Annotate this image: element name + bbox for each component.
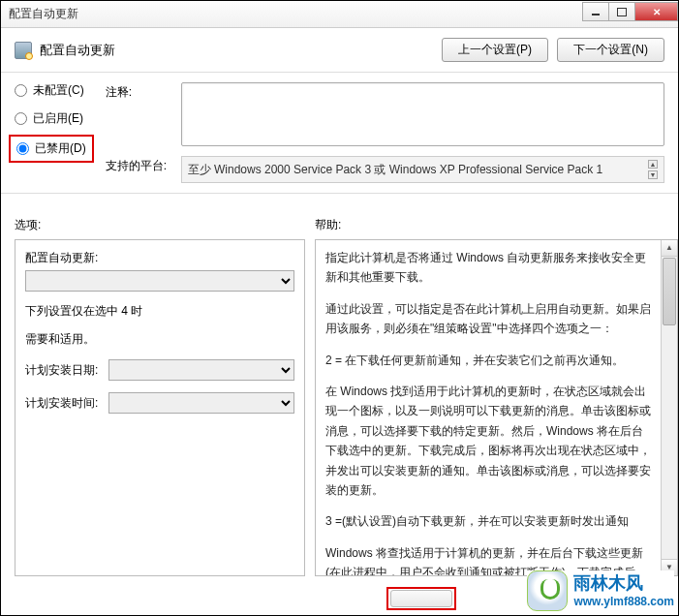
help-section-label: 帮助: <box>315 217 341 233</box>
platform-box: 至少 Windows 2000 Service Pack 3 或 Windows… <box>181 156 664 183</box>
install-date-label: 计划安装日期: <box>25 362 103 379</box>
install-time-select[interactable] <box>108 392 294 414</box>
radio-group: 未配置(C) 已启用(E) 已禁用(D) <box>15 82 88 183</box>
options-panel: 配置自动更新: 下列设置仅在选中 4 时 需要和适用。 计划安装日期: 计划安装… <box>15 239 305 576</box>
close-button[interactable]: ✕ <box>634 2 678 21</box>
lower-panels: 配置自动更新: 下列设置仅在选中 4 时 需要和适用。 计划安装日期: 计划安装… <box>1 239 678 576</box>
help-text: 指定此计算机是否将通过 Windows 自动更新服务来接收安全更新和其他重要下载… <box>316 240 661 575</box>
help-p3: 2 = 在下载任何更新前通知，并在安装它们之前再次通知。 <box>325 351 651 370</box>
radio-disabled-label: 已禁用(D) <box>35 140 86 157</box>
divider <box>1 193 678 194</box>
platform-scroll: ▲ ▼ <box>648 160 658 179</box>
minimize-button[interactable] <box>582 2 609 21</box>
scroll-thumb[interactable] <box>663 258 676 325</box>
radio-enabled-label: 已启用(E) <box>33 110 83 127</box>
radio-enabled[interactable]: 已启用(E) <box>15 110 88 127</box>
radio-disabled[interactable]: 已禁用(D) <box>16 140 86 157</box>
radio-enabled-input[interactable] <box>15 112 27 125</box>
divider <box>1 72 678 73</box>
radio-not-configured-label: 未配置(C) <box>33 82 84 99</box>
config-auto-update-label: 配置自动更新: <box>25 250 294 266</box>
page-heading: 配置自动更新 <box>40 42 115 59</box>
help-p2: 通过此设置，可以指定是否在此计算机上启用自动更新。如果启用该服务，则必须在"组策… <box>325 299 651 339</box>
comment-label: 注释: <box>106 82 170 101</box>
highlight-box-2 <box>386 587 456 610</box>
options-note-2: 需要和适用。 <box>25 331 294 348</box>
watermark: 雨林木风 www.ylmf888.com <box>527 570 674 611</box>
window-controls: ✕ <box>583 2 678 21</box>
help-panel: 指定此计算机是否将通过 Windows 自动更新服务来接收安全更新和其他重要下载… <box>315 239 678 576</box>
window-title: 配置自动更新 <box>9 6 78 22</box>
help-scrollbar[interactable]: ▲ ▼ <box>661 240 677 575</box>
help-p1: 指定此计算机是否将通过 Windows 自动更新服务来接收安全更新和其他重要下载… <box>325 248 651 288</box>
section-labels: 选项: 帮助: <box>1 198 678 239</box>
comment-textarea[interactable] <box>181 82 664 146</box>
previous-setting-button[interactable]: 上一个设置(P) <box>442 38 548 62</box>
install-date-select[interactable] <box>108 359 294 381</box>
radio-disabled-input[interactable] <box>16 142 29 155</box>
window-titlebar: 配置自动更新 ✕ <box>1 1 678 28</box>
next-setting-button[interactable]: 下一个设置(N) <box>557 38 664 62</box>
radio-not-configured[interactable]: 未配置(C) <box>15 82 88 99</box>
policy-icon <box>15 42 32 59</box>
watermark-name: 雨林木风 <box>573 573 674 595</box>
watermark-icon <box>527 570 568 611</box>
radio-not-configured-input[interactable] <box>15 84 27 97</box>
help-p4: 在 Windows 找到适用于此计算机的更新时，在状态区域就会出现一个图标，以及… <box>325 382 651 500</box>
config-auto-update-select[interactable] <box>25 270 294 292</box>
platform-label: 支持的平台: <box>106 156 170 174</box>
install-time-label: 计划安装时间: <box>25 395 103 412</box>
highlight-box: 已禁用(D) <box>9 135 94 163</box>
config-area: 未配置(C) 已启用(E) 已禁用(D) 注释: 支持的平台: 至少 Windo… <box>1 77 678 189</box>
header-row: 配置自动更新 上一个设置(P) 下一个设置(N) <box>1 28 678 68</box>
scroll-down-icon[interactable]: ▼ <box>648 170 658 179</box>
options-section-label: 选项: <box>15 217 315 233</box>
options-note-1: 下列设置仅在选中 4 时 <box>25 303 294 320</box>
platform-value: 至少 Windows 2000 Service Pack 3 或 Windows… <box>188 162 603 178</box>
watermark-url: www.ylmf888.com <box>573 595 674 608</box>
scroll-up-icon[interactable]: ▲ <box>648 160 658 169</box>
maximize-button[interactable] <box>608 2 635 21</box>
scroll-up-icon[interactable]: ▲ <box>662 240 677 257</box>
help-p5: 3 =(默认设置)自动下载更新，并在可以安装更新时发出通知 <box>325 511 651 531</box>
